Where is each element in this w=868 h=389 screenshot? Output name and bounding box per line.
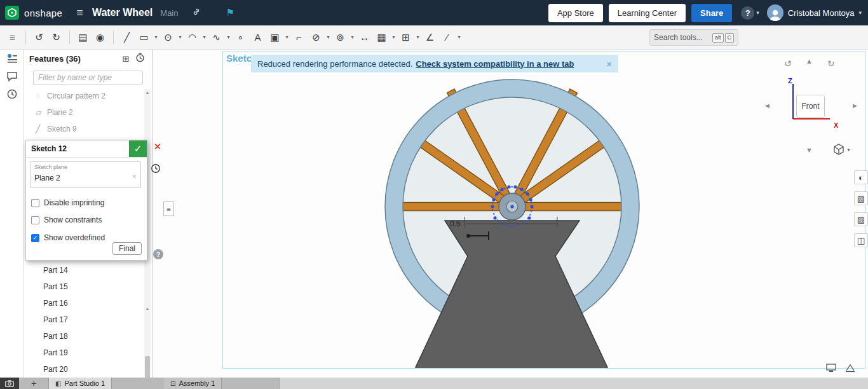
share-button[interactable]: Share (691, 4, 732, 22)
construction-icon[interactable]: ∕ (438, 29, 456, 46)
feature-item-circular-pattern-2[interactable]: ◌ Circular pattern 2 (24, 88, 144, 104)
dimension-icon[interactable]: ↔ (356, 29, 373, 46)
user-name[interactable]: Cristobal Montoya (788, 8, 855, 18)
list-item-part-17[interactable]: Part 17 (24, 311, 144, 328)
viewcube-front-face[interactable]: Front (796, 95, 825, 118)
viewcube-rotate-left-icon[interactable]: ↺ (784, 58, 792, 69)
insert-image-icon[interactable]: ◉ (92, 29, 109, 46)
arc-menu-chevron-icon[interactable]: ▾ (201, 34, 208, 40)
add-tab-button[interactable]: + (19, 378, 48, 389)
features-toggle-icon[interactable]: ≡ (4, 29, 21, 46)
sketch-timer-icon[interactable] (151, 163, 161, 175)
viewcube-down-icon[interactable]: ▼ (806, 146, 813, 154)
dialog-help-icon[interactable]: ? (153, 249, 163, 259)
pattern-menu-chevron-icon[interactable]: ▾ (390, 34, 397, 40)
sketch-plane-field[interactable]: Sketch plane Plane 2 × (30, 161, 141, 188)
help-caret-icon[interactable]: ▾ (756, 10, 759, 16)
construction-menu-chevron-icon[interactable]: ▾ (456, 34, 463, 40)
clear-plane-icon[interactable]: × (132, 172, 137, 181)
confirm-sketch-button[interactable]: ✓ (129, 140, 147, 157)
list-item-part-16[interactable]: Part 16 (24, 295, 144, 311)
export-menu-chevron-icon[interactable]: ▾ (414, 34, 421, 40)
viewcube-rotate-right-icon[interactable]: ↻ (827, 58, 835, 69)
tab-assembly-1[interactable]: ⊡ Assembly 1 (164, 378, 222, 389)
option-show-constraints[interactable]: Show constraints (31, 215, 102, 225)
search-tools-box[interactable]: Search tools... alt C (649, 29, 738, 46)
viewcube-right-icon[interactable]: ► (851, 102, 858, 109)
point-icon[interactable]: ∘ (232, 29, 249, 46)
center-circle-icon[interactable]: ⊙ (159, 29, 177, 46)
convert-menu-chevron-icon[interactable]: ▾ (283, 34, 290, 40)
arc-icon[interactable]: ◠ (184, 29, 201, 46)
convert-entities-icon[interactable]: ▣ (266, 29, 283, 46)
tab-part-studio-1[interactable]: ◧ Part Studio 1 (48, 378, 112, 389)
appearance-icon[interactable]: ◐ (854, 170, 868, 184)
list-item-part-18[interactable]: Part 18 (24, 328, 144, 345)
trim-menu-chevron-icon[interactable]: ▾ (325, 34, 332, 40)
undo-icon[interactable]: ↺ (31, 29, 48, 46)
export-icon[interactable]: ⊞ (397, 29, 414, 46)
exploded-view-icon[interactable]: ◫ (854, 233, 868, 247)
workspace-name[interactable]: Main (160, 8, 178, 18)
compatibility-link[interactable]: Check system compatibility in a new tab (416, 59, 574, 69)
notification-close-icon[interactable]: × (606, 58, 612, 69)
scale-indicator-icon[interactable] (845, 364, 855, 374)
scroll-up-icon[interactable]: ▲ (144, 90, 151, 95)
sketch-plane-value[interactable]: Plane 2 (34, 174, 60, 182)
filter-input[interactable] (33, 71, 143, 85)
final-button[interactable]: Final (112, 242, 142, 255)
trim-icon[interactable]: ⊘ (308, 29, 325, 46)
hamburger-menu-icon[interactable]: ≡ (76, 6, 83, 20)
learning-center-button[interactable]: Learning Center (609, 4, 686, 22)
redo-icon[interactable]: ↻ (48, 29, 65, 46)
checkbox-show-overdefined[interactable]: ✓ (31, 234, 39, 242)
rollback-timer-icon[interactable] (133, 53, 147, 64)
option-disable-imprinting[interactable]: Disable imprinting (31, 198, 104, 208)
section-view-icon[interactable]: ▧ (854, 191, 868, 205)
water-wheel-model[interactable]: 0.5 (153, 50, 868, 378)
presence-icon[interactable] (0, 50, 24, 67)
scroll-up-icon[interactable]: ▲ (144, 306, 151, 311)
history-icon[interactable] (0, 85, 24, 103)
user-avatar[interactable] (767, 4, 783, 21)
checkbox-show-constraints[interactable] (31, 216, 39, 224)
offset-menu-chevron-icon[interactable]: ▾ (349, 34, 356, 40)
list-item-part-15[interactable]: Part 15 (24, 278, 144, 295)
checkbox-disable-imprinting[interactable] (31, 199, 39, 207)
cancel-sketch-button[interactable]: × (151, 140, 164, 154)
tabs-scrollbar[interactable] (279, 378, 868, 389)
share-link-icon[interactable] (192, 7, 201, 18)
search-tools-label[interactable]: Search tools... (654, 33, 711, 42)
help-icon[interactable]: ? (741, 6, 754, 20)
render-performance-icon[interactable] (826, 364, 836, 374)
viewcube-left-icon[interactable]: ◄ (764, 102, 771, 109)
line-icon[interactable]: ╱ (118, 29, 135, 46)
spline-icon[interactable]: ∿ (208, 29, 225, 46)
user-menu-caret-icon[interactable]: ▾ (858, 10, 862, 16)
learning-flag-icon[interactable]: ⚑ (226, 7, 234, 18)
corner-rectangle-icon[interactable]: ▭ (135, 29, 153, 46)
feature-item-sketch-9[interactable]: ╱ Sketch 9 (24, 121, 144, 137)
pattern-icon[interactable]: ▦ (373, 29, 390, 46)
graphics-area[interactable]: Sketch 12 (153, 50, 868, 378)
app-store-button[interactable]: App Store (548, 4, 603, 22)
hidden-edges-icon[interactable]: ▨ (854, 212, 868, 226)
fillet-icon[interactable]: ⌐ (290, 29, 308, 46)
screenshot-icon[interactable] (0, 378, 19, 389)
spline-menu-chevron-icon[interactable]: ▾ (225, 34, 232, 40)
list-item-part-14[interactable]: Part 14 (24, 262, 144, 278)
option-show-overdefined[interactable]: ✓ Show overdefined (31, 233, 105, 243)
view-options-menu[interactable]: ▾ (832, 143, 852, 156)
list-flyout-icon[interactable]: ≡ (163, 201, 174, 216)
feature-item-plane-2[interactable]: ▱ Plane 2 (24, 104, 144, 121)
list-item-part-19[interactable]: Part 19 (24, 345, 144, 361)
viewcube-up-icon[interactable]: ▲ (806, 57, 813, 65)
rectangle-menu-chevron-icon[interactable]: ▾ (153, 34, 159, 40)
onshape-logo-icon[interactable] (5, 6, 19, 20)
paste-icon[interactable]: ▤ (74, 29, 92, 46)
circle-menu-chevron-icon[interactable]: ▾ (177, 34, 184, 40)
measure-icon[interactable]: ∠ (421, 29, 438, 46)
view-menu-chevron-icon[interactable]: ▾ (845, 147, 852, 153)
insert-feature-icon[interactable]: ⊞ (119, 54, 133, 64)
scrollbar-thumb[interactable] (145, 356, 150, 378)
